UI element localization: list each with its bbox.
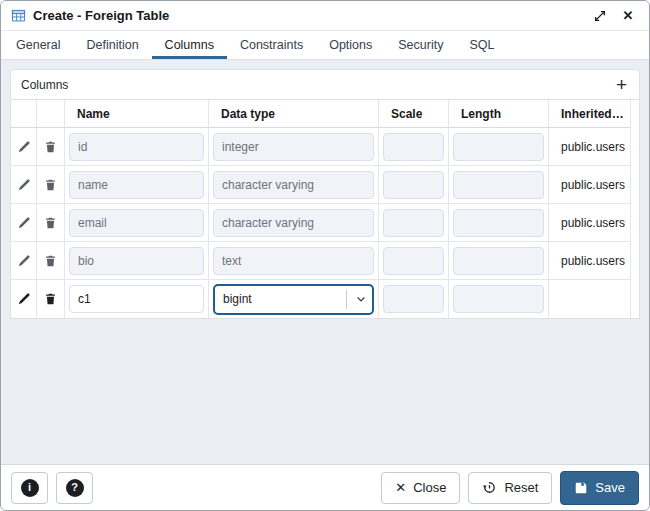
tab-options[interactable]: Options <box>316 31 385 59</box>
column-name-input[interactable] <box>69 133 204 161</box>
dialog-titlebar: Create - Foreign Table ✕ <box>1 1 649 31</box>
add-column-button[interactable]: + <box>614 75 629 94</box>
inherited-from-value <box>549 280 631 318</box>
close-icon: ✕ <box>623 8 634 23</box>
header-data-type: Data type <box>209 100 379 127</box>
tab-constraints[interactable]: Constraints <box>227 31 316 59</box>
scale-input[interactable] <box>383 171 444 199</box>
tab-general[interactable]: General <box>3 31 73 59</box>
table-row-editing: bigint <box>11 280 631 318</box>
table-row: public.users <box>11 166 631 204</box>
trash-icon <box>44 254 57 268</box>
header-scale: Scale <box>379 100 449 127</box>
columns-grid: Name Data type Scale Length Inherited Fr… <box>10 100 640 319</box>
column-name-input[interactable] <box>69 247 204 275</box>
scale-input[interactable] <box>383 133 444 161</box>
reset-icon <box>482 480 497 495</box>
help-button[interactable]: ? <box>56 472 93 504</box>
trash-icon <box>44 292 57 306</box>
info-icon: i <box>21 479 39 497</box>
dialog-content: Columns + Name Data type Scale Length In… <box>1 60 649 464</box>
trash-icon <box>44 178 57 192</box>
column-name-input[interactable] <box>69 285 204 313</box>
reset-button[interactable]: Reset <box>468 472 552 504</box>
edit-row-button[interactable] <box>17 292 31 306</box>
edit-row-button[interactable] <box>17 254 31 268</box>
close-button[interactable]: ✕ Close <box>381 472 460 504</box>
edit-row-button[interactable] <box>17 216 31 230</box>
delete-row-button[interactable] <box>44 292 57 306</box>
dialog-tabs: General Definition Columns Constraints O… <box>1 31 649 60</box>
length-input[interactable] <box>453 247 544 275</box>
save-button[interactable]: Save <box>560 471 639 505</box>
length-input[interactable] <box>453 285 544 313</box>
edit-header-cell <box>11 100 37 127</box>
pencil-icon <box>17 140 31 154</box>
columns-panel-title: Columns <box>21 78 68 92</box>
delete-row-button[interactable] <box>44 254 57 268</box>
close-icon-button[interactable]: ✕ <box>617 5 639 27</box>
tab-security[interactable]: Security <box>385 31 456 59</box>
header-length: Length <box>449 100 549 127</box>
length-input[interactable] <box>453 209 544 237</box>
trash-icon <box>44 140 57 154</box>
scale-input[interactable] <box>383 209 444 237</box>
pencil-icon <box>17 178 31 192</box>
inherited-from-value: public.users <box>549 166 631 204</box>
table-row: public.users <box>11 204 631 242</box>
column-name-input[interactable] <box>69 171 204 199</box>
dialog-footer: i ? ✕ Close Reset <box>1 464 649 510</box>
delete-row-button[interactable] <box>44 216 57 230</box>
header-name: Name <box>65 100 209 127</box>
header-inherited-from: Inherited From <box>549 100 631 127</box>
inherited-from-value: public.users <box>549 242 631 280</box>
close-x-icon: ✕ <box>395 480 406 495</box>
column-name-input[interactable] <box>69 209 204 237</box>
edit-row-button[interactable] <box>17 140 31 154</box>
tab-columns[interactable]: Columns <box>152 31 227 59</box>
table-row: public.users <box>11 128 631 166</box>
help-icon: ? <box>66 479 84 497</box>
table-row: public.users <box>11 242 631 280</box>
create-foreign-table-dialog: Create - Foreign Table ✕ General Definit… <box>0 0 650 511</box>
length-input[interactable] <box>453 133 544 161</box>
data-type-input[interactable] <box>213 247 374 275</box>
pencil-icon <box>17 216 31 230</box>
length-input[interactable] <box>453 171 544 199</box>
pencil-icon <box>17 292 31 306</box>
data-type-select[interactable]: bigint <box>213 284 374 315</box>
data-type-input[interactable] <box>213 171 374 199</box>
plus-icon: + <box>616 74 627 95</box>
columns-panel-header: Columns + <box>10 69 640 100</box>
edit-row-button[interactable] <box>17 178 31 192</box>
tab-definition[interactable]: Definition <box>73 31 151 59</box>
tab-sql[interactable]: SQL <box>456 31 507 59</box>
pencil-icon <box>17 254 31 268</box>
sql-info-button[interactable]: i <box>11 472 48 504</box>
delete-row-button[interactable] <box>44 178 57 192</box>
scale-input[interactable] <box>383 285 444 313</box>
maximize-button[interactable] <box>589 5 611 27</box>
trash-icon <box>44 216 57 230</box>
foreign-table-icon <box>11 8 26 23</box>
data-type-input[interactable] <box>213 209 374 237</box>
select-divider <box>346 290 347 309</box>
delete-row-button[interactable] <box>44 140 57 154</box>
save-icon <box>574 481 588 495</box>
inherited-from-value: public.users <box>549 128 631 166</box>
inherited-from-value: public.users <box>549 204 631 242</box>
data-type-input[interactable] <box>213 133 374 161</box>
delete-header-cell <box>37 100 65 127</box>
grid-header-row: Name Data type Scale Length Inherited Fr… <box>11 100 631 128</box>
expand-icon <box>593 9 607 23</box>
scale-input[interactable] <box>383 247 444 275</box>
dialog-title: Create - Foreign Table <box>33 8 169 23</box>
